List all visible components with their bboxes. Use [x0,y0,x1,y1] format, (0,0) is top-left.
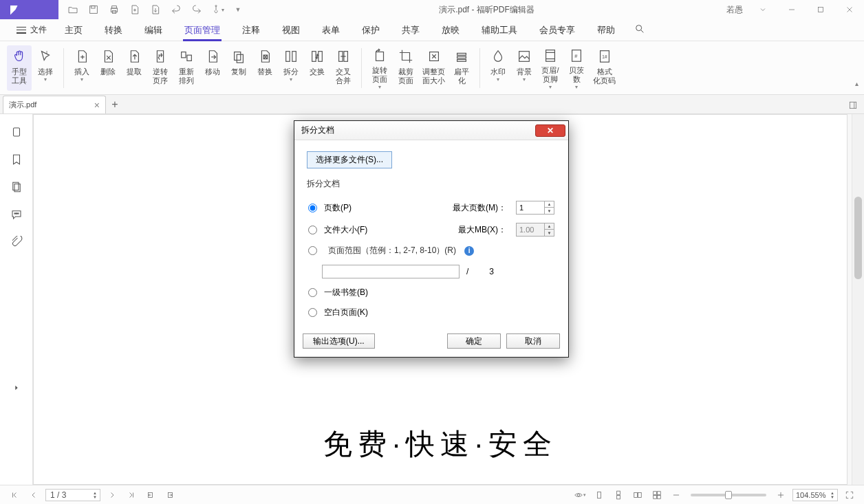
menu-item-2[interactable]: 编辑 [133,20,173,41]
output-options-button[interactable]: 输出选项(U)... [303,333,375,349]
resize-page-button[interactable]: 调整页 面大小 [420,45,448,91]
thumbnails-icon[interactable] [4,120,29,144]
crop-page-button[interactable]: 裁剪 页面 [393,45,418,91]
radio-filesize-label[interactable]: 文件大小(F) [324,224,367,236]
spin-up[interactable]: ▲ [545,201,554,208]
menu-item-9[interactable]: 放映 [431,20,471,41]
search-icon[interactable] [631,21,648,39]
rotate-page-button[interactable]: 旋转 页面▾ [367,45,392,91]
page-export-icon[interactable] [145,0,166,19]
facing-continuous-icon[interactable] [649,488,665,502]
swap-page-button[interactable]: 交换 [305,45,330,91]
flatten-button[interactable]: 扁平 化 [449,45,474,91]
scroll-thumb[interactable] [854,197,862,279]
document-tab[interactable]: 演示.pdf × [3,96,106,113]
menu-item-7[interactable]: 保护 [351,20,391,41]
file-menu[interactable]: 文件 [10,24,54,36]
radio-bookmark[interactable] [308,288,317,297]
max-pages-input[interactable]: 1▲▼ [516,201,554,215]
zoom-thumb[interactable] [725,491,732,499]
vertical-scrollbar[interactable] [852,114,864,485]
radio-blank-label[interactable]: 空白页面(K) [324,307,368,318]
next-view-icon[interactable] [162,488,177,502]
user-name[interactable]: 若愚 [721,4,748,16]
qat-dropdown-icon[interactable]: ▼ [228,0,248,19]
copy-page-button[interactable]: 复制 [226,45,251,91]
cancel-button[interactable]: 取消 [506,333,560,349]
user-dropdown-icon[interactable] [748,0,777,19]
radio-range[interactable] [308,246,317,255]
last-page-button[interactable] [124,488,139,502]
menu-item-11[interactable]: 会员专享 [528,20,586,41]
print-icon[interactable] [104,0,125,19]
background-button[interactable]: 背景▾ [512,45,537,91]
minimize-button[interactable] [777,0,806,19]
facing-icon[interactable] [630,488,645,502]
menu-item-5[interactable]: 视图 [271,20,311,41]
single-page-icon[interactable] [592,488,607,502]
bookmarks-icon[interactable] [4,147,29,172]
radio-blank[interactable] [308,308,317,317]
page-add-icon[interactable] [125,0,145,19]
prev-page-button[interactable] [26,488,41,502]
first-page-button[interactable] [7,488,22,502]
dialog-titlebar[interactable]: 拆分文档 ✕ [294,121,568,140]
page-number-input[interactable]: 1 / 3▲▼ [45,489,100,501]
toggle-panel-icon[interactable] [845,97,861,113]
menu-item-4[interactable]: 注释 [231,20,271,41]
rearrange-page-button[interactable]: 重新 排列 [174,45,199,91]
prev-view-icon[interactable] [143,488,158,502]
ok-button[interactable]: 确定 [447,333,501,349]
header-footer-button[interactable]: 页眉/ 页脚▾ [538,45,563,91]
pages-icon[interactable] [4,175,29,199]
radio-range-label[interactable]: 页面范围（范例：1, 2-7, 8-10）(R) [328,245,456,256]
comments-icon[interactable] [4,202,29,227]
select-more-files-button[interactable]: 选择更多文件(S)... [307,151,392,168]
continuous-icon[interactable] [611,488,626,502]
redo-icon[interactable] [186,0,207,19]
menu-item-8[interactable]: 共享 [391,20,431,41]
zoom-in-button[interactable] [773,488,788,502]
split-page-button[interactable]: 拆分▾ [279,45,303,91]
touch-mode-icon[interactable]: ▾ [207,0,228,19]
spin-down[interactable]: ▼ [545,208,554,214]
info-icon[interactable]: i [464,246,474,256]
radio-filesize[interactable] [308,226,317,234]
range-input[interactable] [322,265,460,278]
delete-page-button[interactable]: 删除 [96,45,120,91]
move-page-button[interactable]: 移动 [200,45,225,91]
select-tool-button[interactable]: I 选择 ▾ [33,45,58,91]
menu-item-0[interactable]: 主页 [54,20,94,41]
cross-merge-button[interactable]: 交叉 合并 [331,45,356,91]
attachments-icon[interactable] [4,230,29,254]
menu-item-1[interactable]: 转换 [94,20,133,41]
format-pagecode-button[interactable]: 1#格式 化页码 [590,45,618,91]
radio-bookmark-label[interactable]: 一级书签(B) [324,287,368,298]
hand-tool-button[interactable]: 手型 工具 [7,45,32,91]
zoom-level[interactable]: 104.55%▲▼ [792,489,838,501]
open-icon[interactable] [63,0,83,19]
menu-item-12[interactable]: 帮助 [586,20,626,41]
radio-pages[interactable] [308,204,317,212]
fullscreen-icon[interactable] [842,488,857,502]
read-mode-icon[interactable]: ▾ [572,488,587,502]
expand-panel-icon[interactable] [10,381,23,395]
save-icon[interactable] [83,0,104,19]
watermark-button[interactable]: 水印▾ [486,45,510,91]
close-button[interactable] [835,0,864,19]
extract-page-button[interactable]: 提取 [122,45,147,91]
replace-page-button[interactable]: 替换 [252,45,277,91]
bates-button[interactable]: #贝茨 数▾ [564,45,589,91]
maximize-button[interactable] [806,0,835,19]
insert-page-button[interactable]: 插入▾ [69,45,94,91]
zoom-out-button[interactable] [669,488,684,502]
zoom-slider[interactable] [691,494,766,496]
menu-item-3[interactable]: 页面管理 [173,20,231,41]
new-tab-button[interactable]: + [106,96,124,113]
collapse-ribbon-icon[interactable]: ▴ [855,80,858,87]
next-page-button[interactable] [105,488,120,502]
close-tab-icon[interactable]: × [94,100,100,111]
dialog-close-button[interactable]: ✕ [535,124,565,137]
menu-item-6[interactable]: 表单 [311,20,351,41]
radio-pages-label[interactable]: 页数(P) [324,202,352,214]
